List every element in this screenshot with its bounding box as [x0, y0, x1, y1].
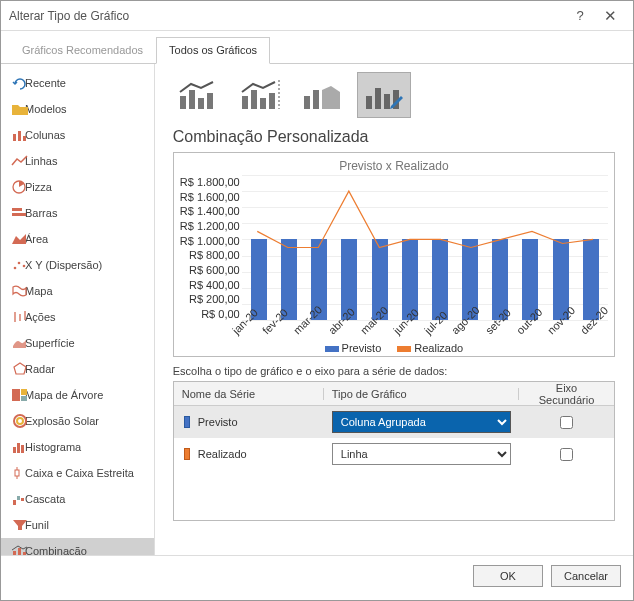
combo-chart-icon — [11, 544, 29, 555]
svg-rect-38 — [269, 93, 275, 109]
sidebar-item-label: Explosão Solar — [25, 415, 99, 427]
chart-type-sidebar: Recente Modelos Colunas Linhas Pizza Bar… — [1, 64, 155, 555]
combo-subtype-3[interactable] — [295, 72, 349, 118]
area-chart-icon — [11, 232, 29, 246]
svg-rect-18 — [13, 447, 16, 453]
legend-item: Realizado — [397, 342, 463, 354]
tab-strip: Gráficos Recomendados Todos os Gráficos — [1, 31, 633, 64]
y-tick: R$ 1.600,00 — [180, 192, 240, 203]
combo-subtype-1[interactable] — [171, 72, 225, 118]
sidebar-item-label: Caixa e Caixa Estreita — [25, 467, 134, 479]
sidebar-item-bar[interactable]: Barras — [1, 200, 154, 226]
sidebar-item-column[interactable]: Colunas — [1, 122, 154, 148]
sidebar-item-surface[interactable]: Superfície — [1, 330, 154, 356]
series-instruction: Escolha o tipo de gráfico e o eixo para … — [173, 365, 615, 377]
sidebar-item-histogram[interactable]: Histograma — [1, 434, 154, 460]
cancel-button[interactable]: Cancelar — [551, 565, 621, 587]
svg-rect-42 — [366, 96, 372, 109]
titlebar: Alterar Tipo de Gráfico ? ✕ — [1, 1, 633, 31]
svg-rect-25 — [17, 496, 20, 500]
tab-recommended[interactable]: Gráficos Recomendados — [9, 37, 156, 63]
svg-rect-5 — [12, 213, 26, 216]
chart-title: Previsto x Realizado — [180, 159, 608, 173]
waterfall-chart-icon — [11, 492, 29, 506]
svg-rect-43 — [375, 88, 381, 109]
series-name: Realizado — [198, 448, 247, 460]
svg-rect-21 — [15, 470, 19, 476]
secondary-axis-checkbox[interactable] — [560, 448, 573, 461]
sidebar-item-boxwhisker[interactable]: Caixa e Caixa Estreita — [1, 460, 154, 486]
y-tick: R$ 1.200,00 — [180, 221, 240, 232]
ok-button[interactable]: OK — [473, 565, 543, 587]
sidebar-item-area[interactable]: Área — [1, 226, 154, 252]
sidebar-item-treemap[interactable]: Mapa de Árvore — [1, 382, 154, 408]
pie-chart-icon — [11, 180, 29, 194]
sidebar-item-map[interactable]: Mapa — [1, 278, 154, 304]
svg-rect-44 — [384, 94, 390, 109]
svg-rect-35 — [242, 96, 248, 109]
legend-label: Previsto — [342, 342, 382, 354]
sidebar-item-label: Histograma — [25, 441, 81, 453]
series-row[interactable]: Previsto Coluna Agrupada — [174, 406, 614, 438]
sidebar-item-label: Pizza — [25, 181, 52, 193]
sidebar-item-radar[interactable]: Radar — [1, 356, 154, 382]
svg-rect-32 — [189, 90, 195, 109]
svg-rect-2 — [23, 136, 26, 141]
sidebar-item-funnel[interactable]: Funil — [1, 512, 154, 538]
stock-chart-icon — [11, 310, 29, 324]
chart-preview: Previsto x Realizado R$ 1.800,00 R$ 1.60… — [173, 152, 615, 357]
series-table-header: Nome da Série Tipo de Gráfico Eixo Secun… — [174, 382, 614, 406]
series-row[interactable]: Realizado Linha — [174, 438, 614, 470]
sidebar-item-label: Radar — [25, 363, 55, 375]
sidebar-item-label: Superfície — [25, 337, 75, 349]
plot — [242, 175, 608, 320]
sidebar-item-label: Linhas — [25, 155, 57, 167]
series-name: Previsto — [198, 416, 238, 428]
chart-type-select[interactable]: Linha — [332, 443, 511, 465]
subtype-row — [171, 72, 615, 118]
sidebar-item-label: Colunas — [25, 129, 65, 141]
sidebar-item-line[interactable]: Linhas — [1, 148, 154, 174]
svg-rect-36 — [251, 90, 257, 109]
secondary-axis-checkbox[interactable] — [560, 416, 573, 429]
svg-point-8 — [23, 265, 26, 268]
svg-rect-34 — [207, 93, 213, 109]
folder-icon — [11, 102, 29, 116]
sidebar-item-label: Combinação — [25, 545, 87, 555]
col-series-name: Nome da Série — [174, 388, 324, 400]
dialog-body: Recente Modelos Colunas Linhas Pizza Bar… — [1, 64, 633, 555]
legend-label: Realizado — [414, 342, 463, 354]
y-tick: R$ 1.800,00 — [180, 177, 240, 188]
sidebar-item-combo[interactable]: Combinação — [1, 538, 154, 555]
sidebar-item-recent[interactable]: Recente — [1, 70, 154, 96]
y-tick: R$ 400,00 — [180, 280, 240, 291]
histogram-chart-icon — [11, 440, 29, 454]
combo-subtype-2[interactable] — [233, 72, 287, 118]
sidebar-item-scatter[interactable]: X Y (Dispersão) — [1, 252, 154, 278]
help-icon[interactable]: ? — [565, 8, 595, 23]
series-table: Nome da Série Tipo de Gráfico Eixo Secun… — [173, 381, 615, 521]
sidebar-item-waterfall[interactable]: Cascata — [1, 486, 154, 512]
main-panel: Combinação Personalizada Previsto x Real… — [155, 64, 633, 555]
sidebar-item-pie[interactable]: Pizza — [1, 174, 154, 200]
tab-all[interactable]: Todos os Gráficos — [156, 37, 270, 64]
svg-rect-41 — [313, 90, 319, 109]
sidebar-item-templates[interactable]: Modelos — [1, 96, 154, 122]
chart-legend: Previsto Realizado — [180, 342, 608, 354]
svg-marker-12 — [14, 363, 26, 374]
surface-chart-icon — [11, 336, 29, 350]
y-tick: R$ 1.400,00 — [180, 206, 240, 217]
sidebar-item-label: Mapa — [25, 285, 53, 297]
y-tick: R$ 200,00 — [180, 294, 240, 305]
sidebar-item-sunburst[interactable]: Explosão Solar — [1, 408, 154, 434]
combo-subtype-custom[interactable] — [357, 72, 411, 118]
sidebar-item-stock[interactable]: Ações — [1, 304, 154, 330]
svg-rect-4 — [12, 208, 22, 211]
svg-rect-13 — [12, 389, 20, 401]
close-icon[interactable]: ✕ — [595, 7, 625, 25]
sidebar-item-label: Mapa de Árvore — [25, 389, 103, 401]
chart-type-select[interactable]: Coluna Agrupada — [332, 411, 511, 433]
series-color-swatch — [184, 416, 190, 428]
svg-point-16 — [14, 415, 26, 427]
svg-rect-19 — [17, 443, 20, 453]
